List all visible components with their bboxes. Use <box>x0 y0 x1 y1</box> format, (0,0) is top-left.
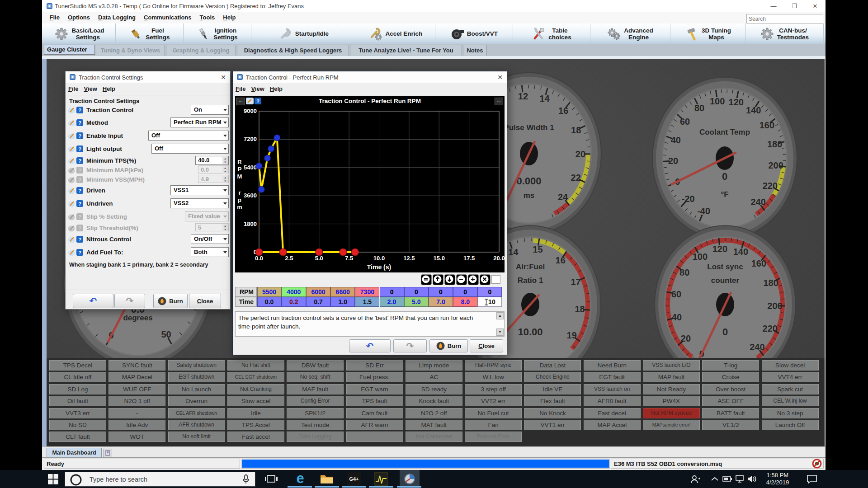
row-help-icon[interactable]: ? <box>76 200 83 207</box>
menu-options[interactable]: Options <box>64 12 94 21</box>
microphone-icon[interactable] <box>242 474 250 484</box>
row-pencil-icon[interactable] <box>68 200 76 207</box>
row-help-icon[interactable]: ? <box>76 249 83 256</box>
rpm-cell-1[interactable]: 4000 <box>282 287 306 297</box>
settings-burn-button[interactable]: Burn <box>153 294 188 308</box>
row-spinner[interactable]: 40.0▲▼ <box>195 156 229 165</box>
notification-icon[interactable] <box>807 474 817 484</box>
curve-down-button[interactable] <box>444 274 455 285</box>
settings-undo-button[interactable]: ↶ <box>73 294 113 308</box>
dialog-menu-view[interactable]: View <box>248 83 267 92</box>
tab-tune-analyze-live-tune-for-you[interactable]: Tune Analyze Live! - Tune For You <box>350 45 462 56</box>
row-pencil-icon[interactable] <box>68 167 76 174</box>
row-pencil-icon[interactable] <box>68 187 76 194</box>
row-spinner[interactable]: 0.0▲▼ <box>198 165 229 174</box>
row-spinner[interactable]: 4.9▲▼ <box>198 175 229 183</box>
rpm-cell-5[interactable]: 0 <box>380 287 404 297</box>
row-select[interactable]: On/Off <box>191 234 229 244</box>
time-cell-9[interactable]: 10 <box>477 297 502 307</box>
rpm-cell-0[interactable]: 5500 <box>257 287 282 297</box>
row-pencil-icon[interactable] <box>68 132 76 140</box>
row-help-icon[interactable]: ? <box>76 132 83 139</box>
time-cell-5[interactable]: 2.0 <box>380 297 404 307</box>
row-spinner[interactable]: 5▲▼ <box>195 223 229 231</box>
tab-tuning-dyno-views[interactable]: Tuning & Dyno Views <box>96 45 165 56</box>
curve-dialog-close-icon[interactable]: ✕ <box>493 71 507 83</box>
row-help-icon[interactable]: ? <box>76 119 83 126</box>
rpm-cell-9[interactable]: 0 <box>477 287 502 297</box>
toolbar-fuel-settings[interactable]: Fuel Settings <box>116 23 184 44</box>
search-input[interactable] <box>746 14 823 23</box>
rpm-cell-7[interactable]: 0 <box>429 287 453 297</box>
row-help-icon[interactable]: ? <box>76 176 83 183</box>
curve-equal-button[interactable] <box>421 274 432 285</box>
curve-minus-button[interactable] <box>456 274 467 285</box>
row-help-icon[interactable]: ? <box>76 145 83 152</box>
toolbar-3d-tuning-maps[interactable]: 3D Tuning Maps <box>670 23 746 44</box>
cortana-icon[interactable] <box>70 474 82 486</box>
row-pencil-icon[interactable] <box>68 236 76 243</box>
row-help-icon[interactable]: ? <box>76 107 83 113</box>
waveform-app-icon[interactable] <box>374 472 388 486</box>
dialog-menu-view[interactable]: View <box>81 83 99 92</box>
menu-tools[interactable]: Tools <box>196 12 219 21</box>
row-pencil-icon[interactable] <box>68 119 76 127</box>
minimize-button[interactable]: — <box>763 0 784 12</box>
curve-undo-button[interactable]: ↶ <box>349 339 391 352</box>
time-cell-4[interactable]: 1.5 <box>355 297 379 307</box>
row-select[interactable]: Both <box>191 247 229 257</box>
dashboard-tab-icon[interactable] <box>103 449 112 457</box>
time-cell-3[interactable]: 1.0 <box>330 297 355 307</box>
curve-up-button[interactable] <box>433 274 443 285</box>
row-select[interactable]: VSS2 <box>170 198 229 208</box>
row-select[interactable]: Perfect Run RPM <box>170 117 229 127</box>
dialog-menu-file[interactable]: File <box>233 83 248 92</box>
menu-help[interactable]: Help <box>219 12 240 21</box>
file-explorer-icon[interactable] <box>320 474 334 484</box>
row-pencil-icon[interactable] <box>68 107 76 114</box>
speaker-icon[interactable] <box>747 474 759 484</box>
edge-icon[interactable]: e <box>293 471 307 486</box>
toolbar-accel-enrich[interactable]: Accel Enrich <box>356 23 435 44</box>
curve-redo-button[interactable]: ↷ <box>393 339 427 352</box>
help-scroll-down-icon[interactable]: ▼ <box>496 328 504 336</box>
time-cell-7[interactable]: 7.0 <box>429 297 453 307</box>
toolbar-ignition-settings[interactable]: Ignition Settings <box>184 23 251 44</box>
tab-notes[interactable]: Notes <box>463 45 487 56</box>
row-pencil-icon[interactable] <box>68 213 76 221</box>
tab-gauge-cluster[interactable]: Gauge Cluster <box>44 45 95 55</box>
rpm-cell-6[interactable]: 0 <box>404 287 429 297</box>
row-select[interactable]: On <box>191 105 229 115</box>
row-help-icon[interactable]: ? <box>76 213 83 220</box>
settings-close-button[interactable]: Close <box>189 294 221 308</box>
row-pencil-icon[interactable] <box>68 176 76 183</box>
dialog-menu-help[interactable]: Help <box>100 83 118 92</box>
battery-icon[interactable] <box>722 475 732 483</box>
network-icon[interactable] <box>735 474 745 483</box>
taskbar-clock[interactable]: 1:58 PM4/2/2019 <box>760 472 796 486</box>
tab-main-dashboard[interactable]: Main Dashboard <box>47 448 102 458</box>
rpm-cell-3[interactable]: 6600 <box>330 287 355 297</box>
toolbar-startup-idle[interactable]: Startup/Idle <box>251 23 356 44</box>
toolbar-table-choices[interactable]: Table choices <box>513 23 590 44</box>
menu-data-logging[interactable]: Data Logging <box>94 12 140 21</box>
toolbar-basic-load-settings[interactable]: Basic/Load Settings <box>44 23 116 44</box>
start-button[interactable] <box>48 474 58 484</box>
rpm-cell-8[interactable]: 0 <box>453 287 477 297</box>
time-cell-0[interactable]: 0.0 <box>257 297 282 307</box>
tab-diagnostics-high-speed-loggers[interactable]: Diagnostics & High Speed Loggers <box>237 45 349 56</box>
dialog-menu-file[interactable]: File <box>66 83 81 92</box>
row-pencil-icon[interactable] <box>68 249 76 256</box>
time-cell-2[interactable]: 0.7 <box>306 297 330 307</box>
toolbar-can-bus-testmodes[interactable]: CAN-bus/ Testmodes <box>746 23 824 44</box>
g4-app-icon[interactable]: G4+ <box>347 472 361 486</box>
close-button[interactable]: ✕ <box>805 0 826 12</box>
time-cell-8[interactable]: 8.0 <box>453 297 477 307</box>
tunerstudio-app-icon[interactable] <box>400 470 420 488</box>
row-select[interactable]: Off <box>151 144 229 154</box>
menu-file[interactable]: File <box>45 12 63 21</box>
people-icon[interactable] <box>690 474 701 484</box>
toolbar-boost-vvt[interactable]: Boost/VVT <box>435 23 513 44</box>
rpm-cell-2[interactable]: 6000 <box>306 287 330 297</box>
curve-close-button[interactable]: Close <box>470 339 503 352</box>
